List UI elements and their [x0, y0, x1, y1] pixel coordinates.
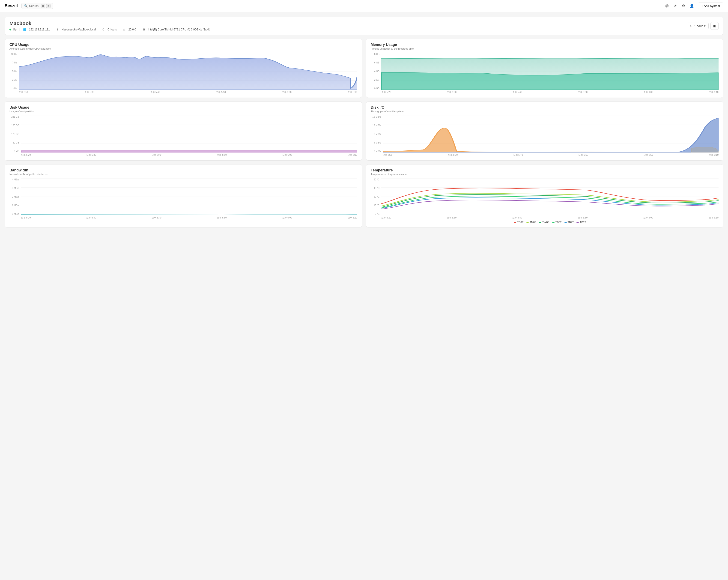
search-kbd: K — [46, 4, 51, 8]
legend-tc0p: TC0P — [514, 221, 524, 224]
memory-chart-subtitle: Precise utilization at the recorded time — [371, 47, 719, 50]
legend-tb2t: TB2T — [565, 221, 574, 224]
disk-io-y-axis: 16 MB/s 12 MB/s 8 MB/s 4 MB/s 0 MB/s — [371, 116, 382, 152]
monitor-icon: 🖥 — [56, 28, 59, 31]
legend-label-tm0p: TM0P — [529, 221, 536, 224]
legend-dot-tm0p — [526, 222, 529, 223]
temperature-subtitle: Temperatures of system sensors — [371, 173, 719, 176]
memory-y-axis: 8 GB 6 GB 4 GB 2 GB 0 GB — [371, 53, 381, 90]
search-label: Search — [29, 4, 38, 8]
system-header: Macbook Up | 🌐 192.168.219.111 | 🖥 Hyeon… — [9, 21, 719, 31]
cpu-chart-area: 오후 5:20 오후 5:30 오후 5:40 오후 5:50 오후 6:00 … — [19, 53, 357, 94]
cpu-chart-title: CPU Usage — [9, 43, 357, 47]
legend-label-tb2t: TB2T — [568, 221, 574, 224]
legend-label-tb1t: TB1T — [580, 221, 586, 224]
globe-icon: 🌐 — [23, 28, 26, 31]
cpu-chart-svg — [19, 53, 357, 90]
legend-dot-tw0p — [539, 222, 541, 223]
header-right: ㊎ ☀ ⚙ 👤 + Add System — [665, 3, 723, 9]
temperature-y-axis: 60 °C 45 °C 30 °C 15 °C 0 °C — [371, 178, 381, 215]
disk-usage-chart-card: Disk Usage Usage of root partition 231 G… — [5, 102, 362, 160]
clock-icon: ⏱ — [102, 28, 105, 31]
time-selector: ⏱ 1 hour ▾ ⊞ — [687, 22, 719, 30]
legend-dot-tb0t — [552, 222, 554, 223]
bandwidth-chart-area: 오후 5:20 오후 5:30 오후 5:40 오후 5:50 오후 6:00 … — [21, 178, 357, 220]
charts-grid: CPU Usage Average system-wide CPU utiliz… — [5, 39, 723, 227]
logo: Beszel — [5, 3, 18, 8]
memory-chart-area: 오후 5:20 오후 5:30 오후 5:40 오후 5:50 오후 6:00 … — [381, 53, 719, 94]
cpu-chart-subtitle: Average system-wide CPU utilization — [9, 47, 357, 50]
grid-view-button[interactable]: ⊞ — [710, 22, 719, 30]
system-uptime: 0 hours — [107, 28, 117, 31]
disk-usage-subtitle: Usage of root partition — [9, 110, 357, 113]
time-range-label: 1 hour — [694, 24, 703, 28]
memory-x-axis: 오후 5:20 오후 5:30 오후 5:40 오후 5:50 오후 6:00 … — [381, 91, 719, 94]
legend-tw0p: TW0P — [539, 221, 549, 224]
cpu-chart-card: CPU Usage Average system-wide CPU utiliz… — [5, 39, 362, 98]
alert-icon: ⚠ — [123, 28, 126, 31]
bandwidth-chart-svg — [21, 178, 357, 215]
main-content: Macbook Up | 🌐 192.168.219.111 | 🖥 Hyeon… — [0, 12, 728, 232]
translate-icon[interactable]: ㊎ — [665, 4, 669, 8]
time-clock-icon: ⏱ — [690, 24, 693, 28]
chevron-down-icon: ▾ — [704, 24, 706, 28]
bandwidth-chart-card: Bandwidth Network traffic of public inte… — [5, 164, 362, 227]
temperature-x-axis: 오후 5:20 오후 5:30 오후 5:40 오후 5:50 오후 6:00 … — [381, 216, 719, 220]
time-dropdown[interactable]: ⏱ 1 hour ▾ — [687, 23, 709, 29]
memory-chart-title: Memory Usage — [371, 43, 719, 47]
search-icon: 🔍 — [24, 4, 28, 8]
settings-icon[interactable]: ⚙ — [681, 4, 686, 8]
legend-dot-tc0p — [514, 222, 516, 223]
header-left: Beszel 🔍 Search ✕ K — [5, 3, 53, 9]
cpu-x-axis: 오후 5:20 오후 5:30 오후 5:40 오후 5:50 오후 6:00 … — [19, 91, 357, 94]
status-dot — [9, 29, 11, 30]
temperature-title: Temperature — [371, 168, 719, 172]
system-hostname: Hyeonseoks-MacBook.local — [61, 28, 96, 31]
temperature-legend: TC0P TM0P TW0P TB0T — [381, 221, 719, 224]
system-ip: 192.168.219.111 — [29, 28, 50, 31]
system-version: 20.6.0 — [128, 28, 136, 31]
system-meta: Up | 🌐 192.168.219.111 | 🖥 Hyeonseoks-Ma… — [9, 28, 210, 31]
search-shortcut: ✕ K — [40, 4, 51, 8]
memory-chart-card: Memory Usage Precise utilization at the … — [366, 39, 723, 98]
search-box[interactable]: 🔍 Search ✕ K — [22, 3, 53, 9]
temperature-chart-svg — [381, 178, 719, 215]
temperature-chart-area: 오후 5:20 오후 5:30 오후 5:40 오후 5:50 오후 6:00 … — [381, 178, 719, 224]
disk-io-chart-card: Disk I/O Throughput of root filesystem 1… — [366, 102, 723, 160]
memory-chart-svg — [381, 53, 719, 90]
disk-io-title: Disk I/O — [371, 105, 719, 109]
status-indicator: Up — [9, 28, 17, 31]
disk-usage-title: Disk Usage — [9, 105, 357, 109]
system-card: Macbook Up | 🌐 192.168.219.111 | 🖥 Hyeon… — [5, 17, 723, 35]
disk-io-chart-svg — [383, 116, 719, 152]
legend-dot-tb1t — [576, 222, 579, 223]
cpu-y-axis: 100% 75% 50% 25% 0% — [9, 53, 18, 90]
disk-usage-x-axis: 오후 5:20 오후 5:30 오후 5:40 오후 5:50 오후 6:00 … — [21, 153, 357, 157]
legend-label-tc0p: TC0P — [517, 221, 524, 224]
legend-dot-tb2t — [565, 222, 567, 223]
legend-label-tb0t: TB0T — [555, 221, 562, 224]
disk-io-x-axis: 오후 5:20 오후 5:30 오후 5:40 오후 5:50 오후 6:00 … — [383, 153, 719, 157]
bandwidth-title: Bandwidth — [9, 168, 357, 172]
temperature-chart-card: Temperature Temperatures of system senso… — [366, 164, 723, 227]
disk-io-subtitle: Throughput of root filesystem — [371, 110, 719, 113]
legend-tb0t: TB0T — [552, 221, 562, 224]
add-system-button[interactable]: + Add System — [698, 3, 723, 9]
bandwidth-subtitle: Network traffic of public interfaces — [9, 173, 357, 176]
system-cpu: Intel(R) Core(TM) M-5Y31 CPU @ 0.90GHz (… — [148, 28, 211, 31]
status-text: Up — [13, 28, 17, 31]
disk-usage-chart-svg — [21, 116, 357, 152]
header: Beszel 🔍 Search ✕ K ㊎ ☀ ⚙ 👤 + Add System — [0, 0, 728, 12]
bandwidth-y-axis: 4 MB/s 3 MB/s 2 MB/s 1 MB/s 0 MB/s — [9, 178, 20, 215]
system-title-block: Macbook Up | 🌐 192.168.219.111 | 🖥 Hyeon… — [9, 21, 210, 31]
legend-tb1t: TB1T — [576, 221, 586, 224]
disk-usage-chart-area: 오후 5:20 오후 5:30 오후 5:40 오후 5:50 오후 6:00 … — [21, 116, 357, 157]
system-title: Macbook — [9, 21, 210, 27]
legend-label-tw0p: TW0P — [542, 221, 549, 224]
bandwidth-x-axis: 오후 5:20 오후 5:30 오후 5:40 오후 5:50 오후 6:00 … — [21, 216, 357, 220]
user-icon[interactable]: 👤 — [690, 4, 694, 8]
sun-icon[interactable]: ☀ — [673, 4, 677, 8]
cpu-icon: 🖥 — [142, 28, 145, 31]
legend-tm0p: TM0P — [526, 221, 536, 224]
disk-usage-y-axis: 231 GB 180 GB 120 GB 60 GB 0 MB — [9, 116, 20, 152]
